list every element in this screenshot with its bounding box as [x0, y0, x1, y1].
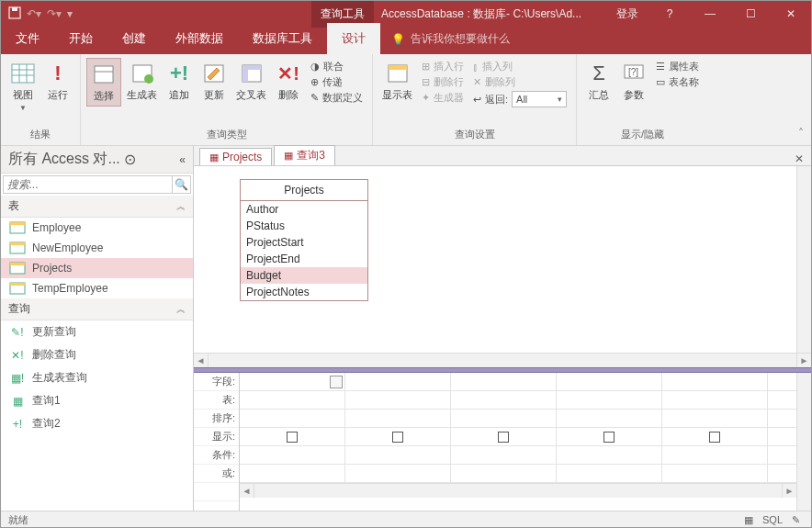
grid-cells[interactable]: ◄►: [240, 373, 796, 511]
delete-query-button[interactable]: ✕!删除: [272, 58, 305, 105]
maketable-button[interactable]: 生成表: [123, 58, 161, 105]
ribbon-group-showhide: Σ汇总 [?]参数 ☰属性表 ▭表名称 显示/隐藏: [577, 54, 708, 145]
svg-rect-20: [10, 222, 25, 225]
table-icon: [10, 262, 25, 275]
tab-file[interactable]: 文件: [1, 23, 54, 54]
chevron-down-icon: ▾: [558, 95, 562, 104]
showtable-button[interactable]: 显示表: [378, 58, 416, 105]
nav-query-item[interactable]: +!查询2: [1, 412, 193, 435]
scroll-left-icon[interactable]: ◄: [194, 354, 209, 367]
view-datasheet-icon[interactable]: ▦: [744, 514, 753, 526]
main-area: ▦Projects ▦查询3 ✕ Projects AuthorPStatusP…: [194, 146, 811, 511]
run-button[interactable]: ! 运行: [41, 58, 74, 105]
qat-dropdown-icon[interactable]: ▾: [67, 7, 73, 20]
select-query-button[interactable]: 选择: [86, 58, 121, 107]
scroll-right-icon[interactable]: ►: [782, 484, 796, 498]
field-list-item[interactable]: Author: [241, 201, 367, 218]
view-button[interactable]: 视图 ▼: [6, 58, 39, 115]
return-combo[interactable]: ↩返回:All▾: [473, 91, 567, 107]
update-button[interactable]: 更新: [197, 58, 231, 105]
return-icon: ↩: [473, 94, 481, 106]
run-icon: !: [45, 61, 71, 86]
nav-query-item[interactable]: ✎!更新查询: [1, 320, 193, 343]
nav-table-item[interactable]: NewEmployee: [1, 238, 193, 258]
query-icon: ▦!: [10, 372, 25, 385]
append-button[interactable]: +!追加: [163, 58, 196, 105]
query-design-upper[interactable]: Projects AuthorPStatusProjectStartProjec…: [194, 166, 811, 367]
chevron-up-icon: ︽: [176, 303, 186, 316]
field-list[interactable]: Projects AuthorPStatusProjectStartProjec…: [240, 179, 368, 301]
datadef-button[interactable]: ✎数据定义: [310, 91, 363, 105]
deleterow-button[interactable]: ⊟删除行: [422, 75, 464, 89]
passthrough-icon: ⊕: [310, 76, 319, 88]
builder-button[interactable]: ✦生成器: [422, 91, 464, 105]
insertcol-button[interactable]: ⫿插入列: [473, 60, 567, 73]
field-list-item[interactable]: ProjectNotes: [241, 284, 367, 300]
svg-rect-26: [10, 283, 25, 286]
field-list-title: Projects: [241, 180, 367, 201]
doc-tab-projects[interactable]: ▦Projects: [199, 148, 272, 165]
nav-table-item[interactable]: TempEmployee: [1, 278, 193, 298]
tab-create[interactable]: 创建: [107, 23, 161, 54]
crosstab-button[interactable]: 交叉表: [232, 58, 270, 105]
group-label-qtype: 查询类型: [86, 126, 367, 145]
help-button[interactable]: ?: [649, 1, 690, 27]
nav-pane-header[interactable]: 所有 Access 对...⊙ «: [1, 146, 193, 174]
minimize-button[interactable]: —: [690, 1, 730, 27]
vertical-scrollbar[interactable]: [796, 166, 811, 367]
save-icon[interactable]: [8, 6, 21, 22]
scroll-right-icon[interactable]: ►: [796, 354, 811, 367]
deletecol-button[interactable]: ✕删除列: [473, 75, 567, 89]
passthrough-button[interactable]: ⊕传递: [310, 75, 363, 89]
append-icon: +!: [166, 61, 192, 86]
redo-icon[interactable]: ↷▾: [47, 7, 62, 20]
tell-me-search[interactable]: 💡告诉我你想要做什么: [380, 24, 521, 54]
nav-section-tables[interactable]: 表︽: [1, 196, 193, 218]
insertrow-button[interactable]: ⊞插入行: [422, 60, 464, 73]
scroll-left-icon[interactable]: ◄: [240, 484, 254, 498]
update-icon: [201, 61, 227, 86]
params-button[interactable]: [?]参数: [617, 58, 650, 105]
nav-search: 🔍: [3, 175, 191, 194]
field-list-item[interactable]: Budget: [241, 267, 367, 284]
grid-v-scrollbar[interactable]: [796, 373, 811, 511]
nav-query-item[interactable]: ▦查询1: [1, 389, 193, 412]
grid-h-scrollbar[interactable]: ◄►: [240, 483, 796, 498]
tab-external[interactable]: 外部数据: [161, 23, 238, 54]
nav-section-queries[interactable]: 查询︽: [1, 298, 193, 320]
ribbon-collapse-button[interactable]: ˄: [791, 121, 811, 145]
search-icon[interactable]: 🔍: [172, 176, 190, 193]
group-label-qsetup: 查询设置: [378, 126, 570, 145]
union-button[interactable]: ◑联合: [310, 60, 363, 73]
horizontal-scrollbar[interactable]: ◄►: [194, 353, 811, 367]
nav-table-item[interactable]: Projects: [1, 258, 193, 278]
field-list-item[interactable]: ProjectStart: [241, 234, 367, 251]
totals-button[interactable]: Σ汇总: [582, 58, 615, 105]
view-sql-button[interactable]: SQL: [762, 514, 783, 526]
tab-dbtools[interactable]: 数据库工具: [238, 23, 327, 54]
search-input[interactable]: [4, 176, 172, 193]
nav-query-item[interactable]: ▦!生成表查询: [1, 366, 193, 389]
close-button[interactable]: ✕: [771, 1, 811, 27]
login-link[interactable]: 登录: [605, 6, 649, 22]
propsheet-button[interactable]: ☰属性表: [656, 60, 699, 73]
tab-home[interactable]: 开始: [54, 23, 107, 54]
maximize-button[interactable]: ☐: [730, 1, 771, 27]
tab-design[interactable]: 设计: [327, 23, 380, 54]
field-list-item[interactable]: ProjectEnd: [241, 251, 367, 267]
nav-query-item[interactable]: ✕!删除查询: [1, 343, 193, 366]
tablenames-button[interactable]: ▭表名称: [656, 75, 699, 89]
shutter-icon[interactable]: «: [179, 153, 186, 166]
group-label-results: 结果: [6, 126, 74, 145]
query-design-grid: 字段: 表: 排序: 显示: 条件: 或: ◄►: [194, 373, 811, 511]
tab-close-button[interactable]: ✕: [787, 152, 811, 165]
field-list-item[interactable]: PStatus: [241, 218, 367, 234]
view-design-icon[interactable]: ✎: [792, 514, 800, 526]
params-icon: [?]: [621, 61, 647, 86]
undo-icon[interactable]: ↶▾: [27, 7, 41, 20]
ribbon-tabs: 文件 开始 创建 外部数据 数据库工具 设计 💡告诉我你想要做什么: [1, 27, 811, 54]
deletecol-icon: ✕: [473, 76, 481, 88]
nav-table-item[interactable]: Employee: [1, 218, 193, 238]
select-query-icon: [91, 62, 117, 87]
doc-tab-query3[interactable]: ▦查询3: [274, 145, 335, 165]
